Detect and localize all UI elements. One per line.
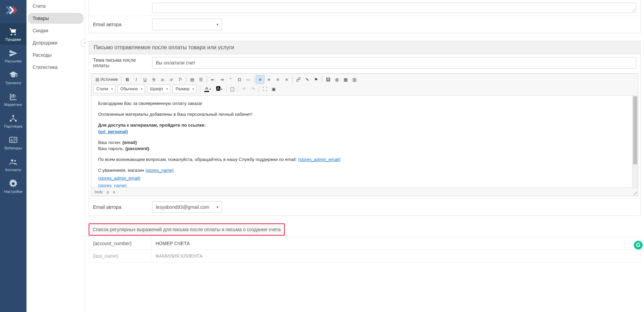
send-icon — [8, 49, 18, 58]
hr-button[interactable]: — — [244, 75, 253, 84]
partners-icon — [8, 114, 18, 123]
maximize-button[interactable]: ⛶ — [260, 85, 269, 93]
subnav-upsells[interactable]: Допродажи — [26, 37, 85, 49]
strike-button[interactable]: S — [149, 75, 158, 84]
svg-rect-3 — [10, 137, 17, 142]
regex-header[interactable]: Список регулярных выражений для письма п… — [89, 223, 285, 236]
align-left-button[interactable]: ≡ — [256, 75, 264, 84]
number-list-button[interactable]: ☰ — [197, 75, 205, 84]
regex-table: {account_number} НОМЕР СЧЕТА {last_name}… — [89, 237, 641, 262]
indent-button[interactable]: ⇥ — [217, 75, 226, 84]
stores-admin-email-link-2[interactable]: {stores_admin_email} — [98, 176, 141, 181]
body-line: {stores_admin_email} — [98, 175, 628, 181]
text-color-button[interactable]: A ▾ — [202, 85, 213, 93]
nav-label: Маркетинг — [4, 103, 22, 107]
nav-label: Продажи — [5, 37, 21, 41]
editor-scrollbar[interactable] — [632, 96, 638, 187]
subject-label: Тема письма после оплаты — [93, 57, 152, 68]
editor-body[interactable]: Благодарим Вас за своевременную оплату з… — [91, 96, 638, 187]
editor-toolbar: ▤ Источник B I U S x₂ x² T× — [91, 74, 638, 96]
styles-combo[interactable]: Стили — [93, 85, 115, 93]
top-panel: Email автора — [89, 0, 641, 33]
nav-trainings[interactable]: Тренинги — [0, 67, 26, 88]
nav-label: Настройки — [4, 189, 22, 194]
bg-color-button[interactable]: A ▾ — [213, 85, 225, 93]
bold-button[interactable]: B — [123, 75, 132, 84]
editor-resize-handle[interactable] — [633, 191, 637, 195]
stores-name-link-2[interactable]: {stores_name} — [98, 183, 127, 187]
regex-section: Список регулярных выражений для письма п… — [89, 223, 641, 262]
main-content: Email автора Письмо отправляемое после о… — [85, 0, 644, 312]
body-line: Благодарим Вас за своевременную оплату з… — [98, 100, 628, 107]
subnav-invoices[interactable]: Счета — [26, 0, 85, 12]
subject-input[interactable] — [152, 57, 636, 69]
format-combo[interactable]: Обычное — [117, 85, 145, 93]
table-row: {account_number} НОМЕР СЧЕТА — [89, 237, 641, 250]
svg-point-1 — [10, 120, 12, 122]
logo — [5, 3, 21, 17]
remove-format-button[interactable]: T× — [176, 75, 185, 84]
italic-button[interactable]: I — [132, 75, 141, 84]
path-body[interactable]: body — [95, 190, 103, 194]
email-author-select-top[interactable] — [152, 19, 222, 30]
nav-sales[interactable]: Продажи — [0, 23, 26, 45]
outdent-button[interactable]: ⇤ — [208, 75, 217, 84]
globe-button[interactable]: ◍ — [332, 75, 341, 84]
regex-key: {account_number} — [89, 237, 151, 250]
webinar-icon — [8, 136, 18, 145]
sub-sidebar: Счета Товары Скидки Допродажи Расходы Ст… — [26, 0, 85, 312]
nav-contacts[interactable]: Контакты — [0, 153, 26, 175]
nav-settings[interactable]: Настройки — [0, 175, 26, 197]
omega-button[interactable]: Ω — [235, 75, 244, 84]
link-button[interactable] — [294, 75, 303, 84]
table-row: {last_name} ФАМИЛИЯ КЛИЕНТА — [89, 250, 641, 262]
ghost-textarea[interactable] — [152, 3, 636, 13]
align-right-button[interactable]: ≡ — [273, 75, 282, 84]
gear-icon — [8, 179, 18, 188]
nav-mailings[interactable]: Рассылки — [0, 45, 26, 67]
subscript-button[interactable]: x₂ — [158, 75, 167, 84]
redo-button[interactable]: ↷ — [249, 85, 257, 93]
nav-partners[interactable]: Партнёрка — [0, 110, 26, 132]
source-button[interactable]: ▤ Источник — [93, 75, 120, 84]
regex-val: НОМЕР СЧЕТА — [151, 237, 641, 250]
anchor-button[interactable]: ⚑ — [312, 75, 320, 84]
svg-point-2 — [15, 120, 17, 122]
users-icon — [8, 158, 18, 166]
path-p[interactable]: p — [107, 190, 109, 194]
nav-marketing[interactable]: Маркетинг — [0, 88, 26, 110]
regex-key: {last_name} — [89, 250, 151, 262]
email-author-select[interactable]: lesyabond93@gmail.com — [152, 201, 222, 213]
image-button[interactable]: 🖼 — [324, 75, 332, 84]
undo-button[interactable]: ↶ — [240, 85, 249, 93]
subnav-expenses[interactable]: Расходы — [26, 49, 85, 61]
template-button[interactable]: ▥ — [350, 75, 359, 84]
copy-format-button[interactable]: 📋 — [228, 85, 237, 93]
subnav-products[interactable]: Товары — [28, 13, 84, 24]
align-justify-button[interactable]: ≡ — [282, 75, 291, 84]
quote-button[interactable]: " — [226, 75, 235, 84]
underline-button[interactable]: U — [141, 75, 149, 84]
nav-label: Тренинги — [5, 81, 21, 85]
body-line: Для доступа к материалам, пройдите по сс… — [98, 122, 628, 134]
grammarly-badge[interactable]: G — [634, 241, 643, 250]
url-personal-link[interactable]: {url_personal} — [98, 129, 128, 134]
bullet-list-button[interactable]: ▤ — [188, 75, 197, 84]
align-center-button[interactable]: ≡ — [264, 75, 273, 84]
path-a[interactable]: a — [113, 190, 115, 194]
stores-admin-email-link[interactable]: {stores_admin_email} — [298, 157, 341, 162]
panel-header: Письмо отправляемое после оплаты товара … — [89, 41, 640, 54]
table-button[interactable]: ▦ — [341, 75, 350, 84]
blocks-button[interactable]: ▣ — [269, 85, 278, 93]
source-icon: ▤ — [95, 77, 99, 82]
size-combo[interactable]: Размер — [172, 85, 197, 93]
stores-name-link[interactable]: {stores_name} — [145, 168, 174, 173]
rich-text-editor: ▤ Источник B I U S x₂ x² T× — [91, 73, 638, 196]
nav-webinars[interactable]: Вебинары — [0, 132, 26, 153]
unlink-button[interactable] — [303, 75, 312, 84]
body-line: Оплаченные материалы добавлены в Ваш пер… — [98, 111, 628, 117]
font-combo[interactable]: Шрифт — [147, 85, 170, 93]
superscript-button[interactable]: x² — [167, 75, 176, 84]
subnav-discounts[interactable]: Скидки — [26, 24, 85, 37]
subnav-stats[interactable]: Статистика — [26, 61, 85, 73]
